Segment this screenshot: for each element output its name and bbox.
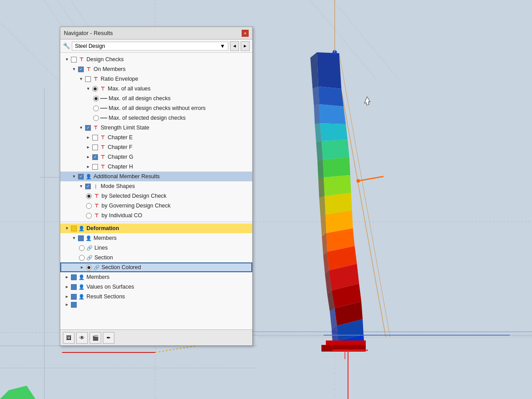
prev-button[interactable]: ◄ [230, 41, 239, 51]
tree-item-max-all-design[interactable]: — Max. of all design checks [60, 94, 252, 103]
expand-chapter-g[interactable]: ► [85, 154, 91, 160]
tree-item-additional-member[interactable]: ▼ ✓ 👤 Additional Member Results [60, 172, 252, 181]
3d-visualization [253, 0, 532, 399]
tree-item-chapter-f[interactable]: ► ⊤ Chapter F [60, 142, 252, 152]
checkbox-mode-shapes[interactable]: ✓ [85, 184, 91, 189]
checkbox-on-members[interactable]: ✓ [78, 66, 84, 72]
label-additional-member: Additional Member Results [94, 173, 160, 180]
expand-result-sections[interactable]: ► [64, 293, 70, 300]
tree-item-design-checks[interactable]: ▼ ⊤ Design Checks [60, 55, 252, 64]
tree-item-partial[interactable]: ► [60, 301, 252, 308]
tree-item-lines[interactable]: 🔗 Lines [60, 243, 252, 253]
icon-design-checks: ⊤ [78, 56, 85, 63]
expand-design-checks[interactable]: ▼ [64, 56, 70, 63]
video-button[interactable]: 🎬 [90, 332, 101, 344]
svg-marker-31 [324, 175, 351, 196]
image-button[interactable]: 🖼 [63, 332, 74, 344]
svg-marker-27 [319, 104, 346, 124]
tree-item-section[interactable]: 🔗 Section [60, 253, 252, 262]
tree-item-max-selected[interactable]: — Max. of selected design checks [60, 113, 252, 123]
checkbox-chapter-g[interactable]: ✓ [92, 154, 98, 160]
tree-item-by-selected-dc[interactable]: ⊤ by Selected Design Check [60, 191, 252, 201]
tree-item-members-top[interactable]: ► 👤 Members [60, 272, 252, 282]
tree-item-values-surfaces[interactable]: ► 👤 Values on Surfaces [60, 282, 252, 292]
expand-partial[interactable]: ► [64, 301, 70, 308]
tree-item-by-individual-co[interactable]: ⊤ by Individual CO [60, 211, 252, 220]
edit-button[interactable]: ✒ [103, 332, 114, 344]
dropdown-selector[interactable]: Steel Design ▼ [72, 42, 228, 51]
eye-button[interactable]: 👁 [76, 332, 88, 344]
expand-on-members[interactable]: ▼ [71, 66, 77, 72]
icon-lines: 🔗 [86, 244, 93, 251]
radio-lines[interactable] [79, 245, 85, 251]
tree-item-chapter-h[interactable]: ► ⊤ Chapter H [60, 162, 252, 172]
tree-item-members-def[interactable]: ▼ 👤 Members [60, 233, 252, 243]
navigator-toolbar: 🔧 Steel Design ▼ ◄ ► [60, 39, 252, 53]
checkbox-additional-member[interactable]: ✓ [78, 174, 84, 180]
radio-section[interactable] [79, 255, 85, 261]
tree-item-by-governing-dc[interactable]: ⊤ by Governing Design Check [60, 201, 252, 211]
navigator-title: Navigator - Results [64, 30, 113, 36]
next-button[interactable]: ► [241, 41, 250, 51]
expand-mode-shapes[interactable]: ▼ [78, 183, 84, 189]
radio-max-all-values[interactable] [92, 86, 98, 92]
expand-chapter-f[interactable]: ► [85, 144, 91, 150]
checkbox-result-sections[interactable] [71, 294, 77, 300]
expand-deformation[interactable]: ▼ [64, 225, 70, 231]
icon-by-individual-co: ⊤ [93, 212, 100, 219]
checkbox-strength-limit[interactable]: ✓ [85, 125, 91, 131]
icon-section: 🔗 [86, 254, 93, 261]
label-max-all-design: Max. of all design checks [109, 95, 171, 102]
bottom-toolbar: 🖼 👁 🎬 ✒ [60, 329, 252, 345]
tree-item-strength-limit[interactable]: ▼ ✓ ⊤ Strength Limit State [60, 123, 252, 133]
tree-item-on-members[interactable]: ▼ ✓ ⊤ On Members [60, 64, 252, 74]
checkbox-members-top[interactable] [71, 274, 77, 280]
label-deformation: Deformation [86, 225, 119, 231]
icon-by-selected-dc: ⊤ [93, 192, 100, 200]
radio-by-governing-dc[interactable] [86, 203, 92, 209]
expand-ratio-envelope[interactable]: ▼ [78, 76, 84, 82]
label-max-no-errors: Max. of all design checks without errors [109, 105, 206, 111]
tree-item-mode-shapes[interactable]: ▼ ✓ | Mode Shapes [60, 181, 252, 191]
tree-item-ratio-envelope[interactable]: ▼ ⊤ Ratio Envelope [60, 74, 252, 84]
checkbox-members-def[interactable] [78, 235, 84, 241]
radio-by-individual-co[interactable] [86, 213, 92, 219]
tree-item-result-sections[interactable]: ► 👤 Result Sections [60, 292, 252, 301]
expand-strength-limit[interactable]: ▼ [78, 125, 84, 131]
expand-section-colored[interactable]: ► [79, 264, 85, 270]
expand-values-surfaces[interactable]: ► [64, 284, 70, 290]
tree-item-section-colored[interactable]: ► 🔗 Section Colored [60, 262, 252, 272]
tree-item-max-no-errors[interactable]: — Max. of all design checks without erro… [60, 103, 252, 113]
radio-max-selected[interactable] [93, 115, 99, 121]
checkbox-ratio-envelope[interactable] [85, 76, 91, 82]
expand-chapter-h[interactable]: ► [85, 164, 91, 170]
label-chapter-e: Chapter E [108, 134, 133, 141]
close-button[interactable]: × [242, 30, 249, 37]
checkbox-chapter-f[interactable] [92, 145, 98, 150]
tree-item-chapter-g[interactable]: ► ✓ ⊤ Chapter G [60, 152, 252, 162]
radio-section-colored[interactable] [86, 265, 92, 270]
label-by-individual-co: by Individual CO [102, 212, 142, 219]
tree-content[interactable]: ▼ ⊤ Design Checks ▼ ✓ ⊤ On Members ▼ ⊤ R… [60, 53, 252, 329]
expand-chapter-e[interactable]: ► [85, 134, 91, 141]
checkbox-design-checks[interactable] [71, 57, 77, 63]
tree-item-max-all-values[interactable]: ▼ ⊤ Max. of all values [60, 84, 252, 94]
checkbox-values-surfaces[interactable] [71, 284, 77, 290]
label-values-surfaces: Values on Surfaces [86, 284, 134, 290]
radio-max-no-errors[interactable] [93, 106, 99, 111]
expand-additional-member[interactable]: ▼ [71, 173, 77, 180]
tree-item-deformation[interactable]: ▼ 👤 Deformation [60, 223, 252, 233]
expand-max-all-values[interactable]: ▼ [85, 86, 91, 92]
icon-members-def: 👤 [85, 235, 92, 242]
icon-chapter-h: ⊤ [99, 163, 106, 170]
icon-result-sections: 👤 [78, 293, 85, 300]
tree-item-chapter-e[interactable]: ► ⊤ Chapter E [60, 133, 252, 142]
checkbox-chapter-h[interactable] [92, 164, 98, 170]
radio-max-all-design[interactable] [93, 96, 99, 102]
checkbox-partial[interactable] [71, 302, 77, 308]
radio-by-selected-dc[interactable] [86, 193, 92, 199]
expand-members-def[interactable]: ▼ [71, 235, 77, 241]
checkbox-chapter-e[interactable] [92, 135, 98, 141]
expand-members-top[interactable]: ► [64, 274, 70, 280]
checkbox-deformation[interactable] [71, 226, 77, 231]
